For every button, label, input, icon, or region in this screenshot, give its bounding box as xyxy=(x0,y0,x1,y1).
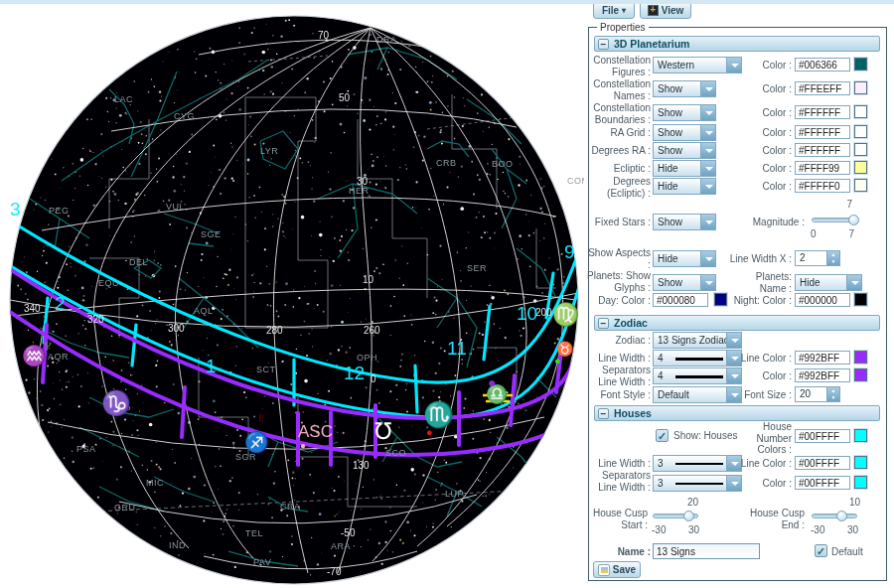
constellation-label-del: DEL xyxy=(129,257,148,267)
default-checkbox[interactable]: ✓ xyxy=(815,544,827,557)
constellation-label-cra: CRA xyxy=(280,502,301,512)
name-input[interactable] xyxy=(653,543,760,559)
collapse-button[interactable]: − xyxy=(598,408,609,419)
collapse-button[interactable]: − xyxy=(598,318,609,329)
constellation-names-color-input[interactable] xyxy=(795,81,850,95)
show-aspects-select[interactable]: Hide xyxy=(653,250,716,267)
show-houses-checkbox[interactable]: ✓ xyxy=(656,429,669,442)
neptune-glyph: ♆ xyxy=(41,337,55,355)
house-number-1: 1 xyxy=(206,356,217,377)
file-menu-button[interactable]: File▾ xyxy=(593,2,635,19)
degrees-ra-color-swatch[interactable] xyxy=(854,143,867,156)
color-label: Color : xyxy=(735,107,792,119)
spinner-arrows-icon[interactable]: ▲▼ xyxy=(826,251,839,265)
houses-separators-color-swatch[interactable] xyxy=(854,476,867,489)
degrees-ecliptic-value: Hide xyxy=(658,181,678,192)
house-number-colors-input[interactable] xyxy=(795,429,850,443)
slider-handle[interactable] xyxy=(683,511,694,521)
fixed-stars-select[interactable]: Show xyxy=(653,214,716,230)
house-number-2: 2 xyxy=(55,293,66,315)
font-size-spinner[interactable]: 20▲▼ xyxy=(795,386,840,402)
degrees-ecliptic-color-input[interactable] xyxy=(795,179,850,193)
ra-grid-value: Show xyxy=(658,127,682,138)
constellation-names-select[interactable]: Show xyxy=(653,80,716,97)
ecliptic-color-input[interactable] xyxy=(795,161,850,175)
ra-grid-color-swatch[interactable] xyxy=(854,125,867,138)
ra-grid-select[interactable]: Show xyxy=(653,124,716,141)
gray-planet-point: ● xyxy=(556,336,560,342)
constellation-figures-select[interactable]: Western xyxy=(653,57,742,74)
constellation-boundaries-color-swatch[interactable] xyxy=(854,105,867,118)
default-label: Default xyxy=(831,546,876,558)
constellation-figures-color-input[interactable] xyxy=(795,58,850,72)
cusp-max-label: 30 xyxy=(838,524,858,536)
zodiac-select[interactable]: 13 Signs Zodiac xyxy=(653,332,742,349)
house-number-colors-swatch[interactable] xyxy=(854,429,867,442)
constellation-figures xyxy=(30,48,556,566)
constellation-names-value: Show xyxy=(658,83,682,94)
name-label: Name : xyxy=(586,546,651,558)
zodiac-line-color-input[interactable] xyxy=(795,351,850,365)
line-width-x-spinner[interactable]: 2▲▼ xyxy=(795,250,840,266)
save-button[interactable]: Save xyxy=(593,561,641,578)
night-color-swatch[interactable] xyxy=(854,293,867,306)
constellation-label-psa: PSA xyxy=(76,444,96,454)
night-color-input[interactable] xyxy=(795,293,850,307)
constellation-boundaries-select[interactable]: Show xyxy=(653,104,716,121)
constellation-figures-value: Western xyxy=(658,60,694,71)
constellation-figures-color-swatch[interactable] xyxy=(854,58,867,71)
color-label: Color : xyxy=(735,83,792,95)
slider-handle[interactable] xyxy=(836,511,847,521)
section-title: Houses xyxy=(614,407,652,419)
houses-line-color-input[interactable] xyxy=(795,456,850,470)
dropdown-arrow-icon xyxy=(700,81,715,96)
houses-separators-color-input[interactable] xyxy=(795,476,850,490)
zodiac-line-width-label: Line Width : xyxy=(586,353,651,365)
degrees-ecliptic-color-swatch[interactable] xyxy=(854,179,867,192)
day-color-swatch[interactable] xyxy=(714,293,727,306)
degrees-ecliptic-select[interactable]: Hide xyxy=(653,178,716,195)
dropdown-arrow-icon xyxy=(700,179,715,194)
day-color-input[interactable] xyxy=(653,293,708,307)
ecliptic-color-swatch[interactable] xyxy=(854,161,867,174)
ra-grid-color-input[interactable] xyxy=(795,125,850,139)
zodiac-separators-color-swatch[interactable] xyxy=(854,368,867,381)
house-cusp-end-slider[interactable] xyxy=(812,514,857,518)
constellation-label-cyg: CYG xyxy=(174,111,195,121)
houses-line-color-swatch[interactable] xyxy=(854,456,867,469)
section-header-3d-planetarium: − 3D Planetarium xyxy=(594,36,880,52)
zodiac-label: Zodiac : xyxy=(586,335,651,347)
house-number-10: 10 xyxy=(517,303,537,325)
planetarium-view[interactable]: LACCYGDRALYRHERVULSGEDELEQUPEGCRBBOOCOMS… xyxy=(0,0,584,588)
spinner-arrows-icon[interactable]: ▲▼ xyxy=(826,387,839,401)
line-width-x-value: 2 xyxy=(800,252,806,263)
houses-line-width-select[interactable]: 3 xyxy=(653,455,742,472)
zodiac-line-width-select[interactable]: 4 xyxy=(653,350,742,367)
view-button-label: View xyxy=(662,5,684,16)
font-style-select[interactable]: Default xyxy=(653,386,742,403)
houses-line-width-label: Line Width : xyxy=(586,458,651,470)
ecliptic-select[interactable]: Hide xyxy=(653,160,716,177)
houses-separators-width-select[interactable]: 3 xyxy=(653,475,742,492)
planets-name-select[interactable]: Hide xyxy=(795,274,862,291)
section-header-zodiac: − Zodiac xyxy=(594,315,880,331)
libra-planet-point: ● xyxy=(488,375,496,389)
pluto-glyph: ♇ xyxy=(255,409,268,426)
degrees-ra-select[interactable]: Show xyxy=(653,142,716,159)
constellation-boundaries-color-input[interactable] xyxy=(795,105,850,119)
degrees-ra-color-input[interactable] xyxy=(795,143,850,157)
slider-handle[interactable] xyxy=(848,215,859,225)
zodiac-line-color-swatch[interactable] xyxy=(854,351,867,364)
house-cusp-start-label: House Cusp Start : xyxy=(586,508,648,530)
magnitude-slider[interactable] xyxy=(812,218,857,222)
house-cusp-start-slider[interactable] xyxy=(653,514,698,518)
section-title: 3D Planetarium xyxy=(614,38,689,50)
zodiac-separators-color-input[interactable] xyxy=(795,368,850,382)
constellation-names-color-swatch[interactable] xyxy=(854,81,867,94)
ra-grid-parallels xyxy=(10,40,578,569)
constellation-label-dra: DRA xyxy=(376,35,397,45)
collapse-button[interactable]: − xyxy=(598,39,609,50)
planets-show-glyphs-select[interactable]: Show xyxy=(653,274,716,291)
degrees-ra-value: Show xyxy=(658,145,682,156)
zodiac-separators-width-select[interactable]: 4 xyxy=(653,368,742,384)
